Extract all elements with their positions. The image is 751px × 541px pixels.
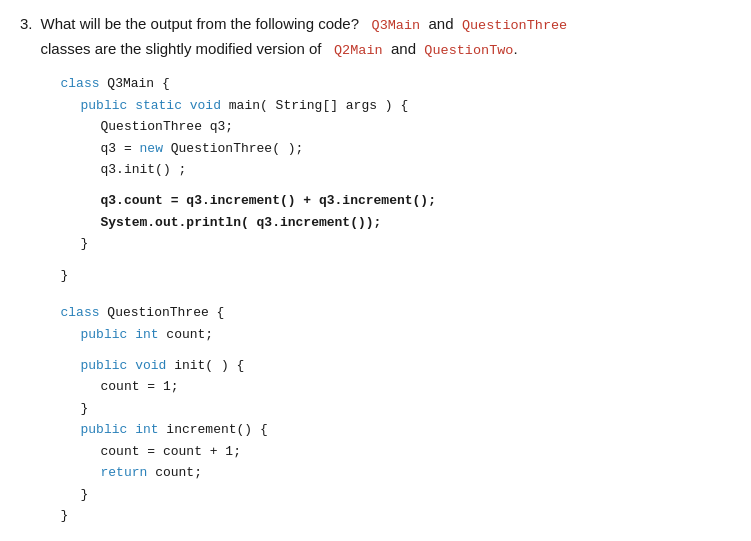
ref-q3main: Q3Main [372, 18, 421, 33]
q3main-class-line: class Q3Main { [61, 73, 568, 94]
question-text: What will be the output from the followi… [41, 12, 568, 61]
ref-questiontwo: QuestionTwo [424, 43, 513, 58]
intro-text: What will be the output from the followi… [41, 15, 360, 32]
spacer2 [61, 255, 568, 265]
kw-int1: int [135, 327, 158, 342]
spacer1 [61, 180, 568, 190]
qt-init-close-line: } [81, 398, 568, 419]
kw-class2: class [61, 305, 100, 320]
ref-questionthree: QuestionThree [462, 18, 567, 33]
qt-inc-body1-line: count = count + 1; [101, 441, 568, 462]
kw-class1: class [61, 76, 100, 91]
qt-inc-close-line: } [81, 484, 568, 505]
q3main-new-line: q3 = new QuestionThree( ); [101, 138, 568, 159]
questionthree-class-line: class QuestionThree { [61, 302, 568, 323]
question-block: 3. What will be the output from the foll… [20, 12, 731, 527]
desc-text: classes are the slightly modified versio… [41, 40, 322, 57]
desc-end: and [391, 40, 416, 57]
desc-mid: and [429, 15, 454, 32]
questionthree-close-line: } [61, 505, 568, 526]
kw-public2: public [81, 327, 128, 342]
class-spacer [61, 286, 568, 302]
qt-init-body-line: count = 1; [101, 376, 568, 397]
q3main-count-line: q3.count = q3.increment() + q3.increment… [101, 190, 568, 211]
kw-new1: new [140, 141, 163, 156]
q3main-println-line: System.out.println( q3.increment()); [101, 212, 568, 233]
q3main-close-line: } [61, 265, 568, 286]
kw-public1: public [81, 98, 128, 113]
kw-int2: int [135, 422, 158, 437]
question-content: What will be the output from the followi… [41, 12, 568, 527]
q3main-init-line: q3.init() ; [101, 159, 568, 180]
q3main-close-inner-line: } [81, 233, 568, 254]
q3main-method-line: public static void main( String[] args )… [81, 95, 568, 116]
question-number: 3. [20, 12, 33, 527]
kw-return: return [101, 465, 148, 480]
qt-inc-sig-line: public int increment() { [81, 419, 568, 440]
kw-public3: public [81, 358, 128, 373]
qt-inc-body2-line: return count; [101, 462, 568, 483]
kw-void1: void [190, 98, 221, 113]
qt-count-line: public int count; [81, 324, 568, 345]
kw-static: static [135, 98, 182, 113]
q3main-decl-line: QuestionThree q3; [101, 116, 568, 137]
qt-init-sig-line: public void init( ) { [81, 355, 568, 376]
ref-q2main: Q2Main [334, 43, 383, 58]
code-block: class Q3Main { public static void main( … [61, 73, 568, 526]
spacer3 [61, 345, 568, 355]
kw-void2: void [135, 358, 166, 373]
kw-public4: public [81, 422, 128, 437]
period: . [513, 40, 517, 57]
